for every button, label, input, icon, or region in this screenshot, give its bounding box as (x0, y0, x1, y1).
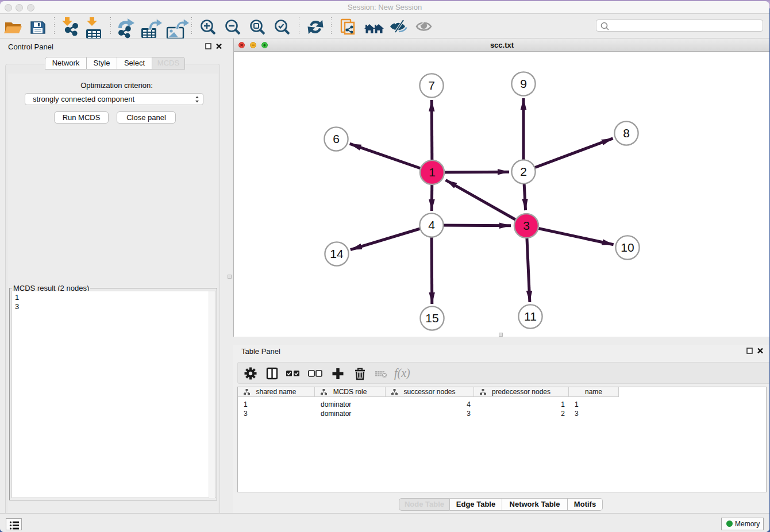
svg-text:1: 1 (429, 165, 436, 179)
svg-text:6: 6 (333, 132, 340, 145)
svg-text:3: 3 (523, 219, 530, 232)
svg-text:9: 9 (520, 77, 527, 90)
svg-text:7: 7 (428, 79, 435, 92)
svg-text:4: 4 (428, 218, 435, 232)
svg-text:15: 15 (425, 311, 438, 325)
svg-text:f(x): f(x) (394, 367, 410, 380)
svg-text:14: 14 (330, 247, 344, 260)
svg-text:10: 10 (621, 241, 634, 254)
svg-text:11: 11 (524, 310, 537, 323)
svg-text:2: 2 (520, 165, 527, 178)
svg-text:8: 8 (623, 126, 630, 140)
